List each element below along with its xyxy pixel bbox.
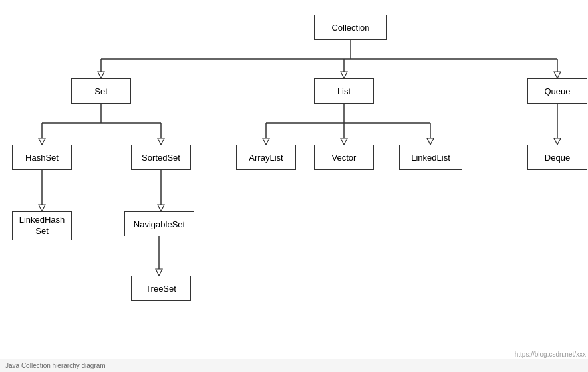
- node-deque: Deque: [527, 145, 587, 170]
- svg-marker-12: [39, 138, 45, 145]
- svg-marker-14: [158, 138, 164, 145]
- svg-marker-28: [158, 205, 164, 211]
- node-vector: Vector: [314, 145, 374, 170]
- node-queue: Queue: [527, 78, 587, 104]
- node-collection: Collection: [314, 15, 387, 40]
- footer: Java Collection hierarchy diagram: [0, 359, 588, 372]
- connection-lines: [0, 0, 588, 359]
- svg-marker-20: [341, 138, 347, 145]
- node-arraylist: ArrayList: [236, 145, 296, 170]
- svg-marker-7: [341, 72, 347, 78]
- node-hashset: HashSet: [12, 145, 72, 170]
- svg-marker-24: [554, 138, 561, 145]
- svg-marker-22: [427, 138, 434, 145]
- svg-marker-8: [554, 72, 561, 78]
- diagram-container: Collection Set List Queue HashSet Sorted…: [0, 0, 588, 359]
- svg-marker-6: [98, 72, 104, 78]
- node-set: Set: [71, 78, 131, 104]
- node-navigableset: NavigableSet: [124, 211, 194, 236]
- node-list: List: [314, 78, 374, 104]
- node-sortedset: SortedSet: [131, 145, 191, 170]
- footer-text: Java Collection hierarchy diagram: [5, 362, 106, 369]
- svg-marker-26: [39, 205, 45, 211]
- node-treeset: TreeSet: [131, 276, 191, 301]
- watermark: https://blog.csdn.net/xxx: [513, 350, 588, 359]
- node-linkedlist: LinkedList: [399, 145, 462, 170]
- svg-marker-18: [263, 138, 269, 145]
- svg-marker-30: [156, 269, 162, 276]
- node-linkedhashset: LinkedHashSet: [12, 211, 72, 240]
